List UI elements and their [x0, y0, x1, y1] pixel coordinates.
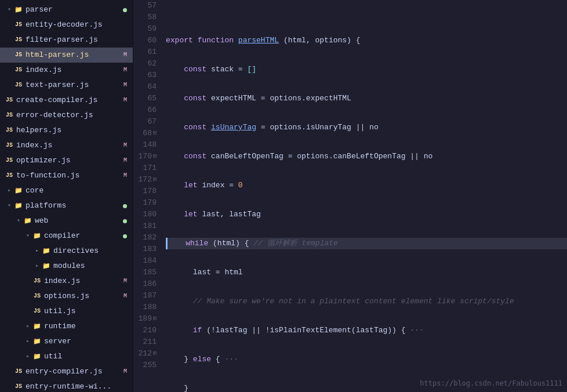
sidebar-item-label: entity-decoder.js: [26, 19, 130, 31]
modified-badge: M: [123, 275, 127, 288]
folder-icon: 📁: [42, 260, 51, 273]
js-icon: JS: [14, 19, 23, 31]
js-icon: JS: [14, 380, 23, 392]
sidebar-item-entry-runtime-wi[interactable]: JS entry-runtime-wi...: [0, 379, 133, 392]
sidebar-item-index-compiler[interactable]: JS index.js M: [0, 274, 133, 289]
sidebar-item-label: index.js: [44, 275, 121, 288]
chevron-right-icon: ▸: [23, 320, 32, 333]
js-icon: JS: [14, 34, 23, 46]
js-icon: JS: [5, 124, 14, 137]
sidebar-item-create-compiler[interactable]: JS create-compiler.js M: [0, 93, 133, 108]
modified-badge: M: [123, 169, 127, 182]
sidebar-item-label: util: [44, 350, 130, 363]
folder-icon: 📁: [32, 350, 42, 363]
modified-badge: M: [123, 154, 127, 167]
modified-badge: M: [123, 365, 127, 378]
chevron-right-icon: ▸: [23, 350, 32, 363]
folder-icon: 📁: [14, 184, 23, 197]
sidebar-item-html-parser[interactable]: JS html-parser.js M: [0, 48, 133, 63]
sidebar-item-label: runtime: [44, 320, 130, 333]
sidebar-item-core[interactable]: ▸ 📁 core: [0, 183, 133, 198]
sidebar-item-optimizer[interactable]: JS optimizer.js M: [0, 153, 133, 168]
js-icon: JS: [32, 305, 42, 318]
sidebar-item-web[interactable]: ▾ 📁 web: [0, 213, 133, 228]
js-icon: JS: [5, 169, 14, 182]
sidebar-item-label: helpers.js: [16, 124, 130, 137]
folder-icon: 📁: [23, 215, 32, 227]
folder-icon: 📁: [42, 245, 51, 257]
modified-dot: [123, 8, 127, 12]
sidebar-item-label: index.js: [16, 139, 121, 152]
sidebar-item-label: platforms: [26, 199, 123, 212]
sidebar-item-label: text-parser.js: [26, 79, 121, 92]
folder-icon: 📁: [14, 199, 23, 212]
sidebar-item-label: compiler: [44, 230, 123, 242]
modified-badge: M: [123, 94, 127, 107]
folder-icon: 📁: [14, 3, 23, 16]
sidebar-item-label: html-parser.js: [26, 49, 121, 61]
sidebar-item-label: modules: [53, 260, 130, 273]
sidebar-item-platforms[interactable]: ▾ 📁 platforms: [0, 198, 133, 213]
sidebar-item-label: server: [44, 335, 130, 348]
sidebar-item-label: entry-compiler.js: [26, 365, 121, 378]
modified-badge: M: [123, 139, 127, 152]
sidebar-item-label: optimizer.js: [16, 154, 121, 167]
chevron-right-icon: ▸: [32, 260, 42, 273]
sidebar-item-label: parser: [26, 3, 123, 16]
js-icon: JS: [14, 365, 23, 378]
sidebar-item-modules[interactable]: ▸ 📁 modules: [0, 259, 133, 274]
sidebar-item-label: to-function.js: [16, 169, 121, 182]
chevron-right-icon: ▸: [32, 245, 42, 257]
modified-badge: M: [123, 79, 127, 92]
sidebar-item-label: directives: [53, 245, 130, 257]
sidebar-item-helpers[interactable]: JS helpers.js: [0, 123, 133, 138]
js-icon: JS: [14, 64, 23, 77]
js-icon: JS: [5, 109, 14, 122]
code-editor: 57 58 59 60 61 62 63 64 65 66 67 68⊞ 148…: [133, 0, 567, 392]
sidebar-item-entry-compiler[interactable]: JS entry-compiler.js M: [0, 364, 133, 379]
watermark: https://blog.csdn.net/Fabulous1111: [420, 379, 562, 387]
js-icon: JS: [5, 139, 14, 152]
sidebar-item-label: create-compiler.js: [16, 94, 121, 107]
sidebar-item-to-function[interactable]: JS to-function.js M: [0, 168, 133, 183]
sidebar-item-text-parser[interactable]: JS text-parser.js M: [0, 78, 133, 93]
js-icon: JS: [5, 154, 14, 167]
sidebar-item-label: options.js: [44, 290, 121, 303]
sidebar-item-label: filter-parser.js: [26, 34, 130, 46]
sidebar-item-filter-parser[interactable]: JS filter-parser.js: [0, 32, 133, 48]
chevron-down-icon: ▾: [5, 3, 14, 16]
line-numbers: 57 58 59 60 61 62 63 64 65 66 67 68⊞ 148…: [133, 0, 161, 392]
folder-icon: 📁: [32, 230, 42, 242]
sidebar-item-parser[interactable]: ▾ 📁 parser: [0, 2, 133, 17]
sidebar-item-label: index.js: [26, 64, 121, 77]
sidebar-item-label: util.js: [44, 305, 130, 318]
sidebar-item-label: web: [35, 215, 123, 227]
js-icon: JS: [32, 275, 42, 288]
file-explorer[interactable]: ▾ 📁 parser JS entity-decoder.js JS filte…: [0, 0, 133, 392]
modified-dot: [123, 219, 127, 223]
code-text[interactable]: export function parseHTML (html, options…: [161, 0, 567, 392]
folder-icon: 📁: [32, 320, 42, 333]
js-icon: JS: [32, 290, 42, 303]
sidebar-item-options[interactable]: JS options.js M: [0, 289, 133, 304]
sidebar-item-label: entry-runtime-wi...: [26, 380, 130, 392]
sidebar-item-runtime[interactable]: ▸ 📁 runtime: [0, 319, 133, 334]
chevron-right-icon: ▸: [23, 335, 32, 348]
sidebar-item-label: core: [26, 184, 130, 197]
sidebar-item-server[interactable]: ▸ 📁 server: [0, 334, 133, 349]
sidebar-item-error-detector[interactable]: JS error-detector.js: [0, 108, 133, 123]
sidebar-item-index[interactable]: JS index.js M: [0, 138, 133, 153]
sidebar-item-compiler[interactable]: ▾ 📁 compiler: [0, 228, 133, 244]
modified-badge: M: [123, 290, 127, 303]
modified-dot: [123, 204, 127, 208]
js-icon: JS: [14, 79, 23, 92]
sidebar-item-util-compiler[interactable]: JS util.js: [0, 304, 133, 319]
sidebar-item-util-web[interactable]: ▸ 📁 util: [0, 349, 133, 364]
chevron-right-icon: ▸: [5, 184, 14, 197]
chevron-down-icon: ▾: [14, 215, 23, 227]
chevron-down-icon: ▾: [5, 199, 14, 212]
sidebar-item-entity-decoder[interactable]: JS entity-decoder.js: [0, 17, 133, 32]
folder-icon: 📁: [32, 335, 42, 348]
sidebar-item-index-js[interactable]: JS index.js M: [0, 63, 133, 78]
sidebar-item-directives[interactable]: ▸ 📁 directives: [0, 244, 133, 259]
